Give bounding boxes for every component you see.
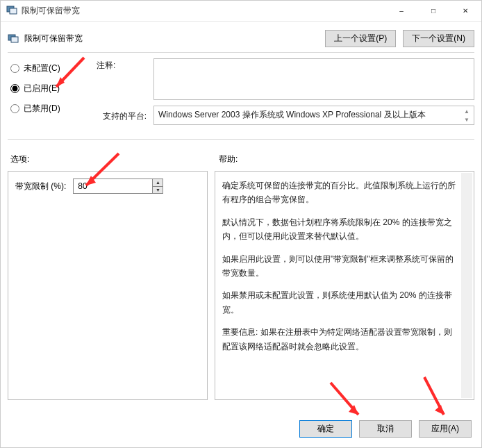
radio-not-configured[interactable]: 未配置(C) [10, 63, 90, 74]
comment-label: 注释: [97, 58, 147, 72]
scrollbar-stub: ▲ ▼ [461, 108, 472, 123]
close-button[interactable]: ✕ [449, 1, 481, 21]
bandwidth-limit-label: 带宽限制 (%): [15, 181, 66, 192]
app-icon [6, 4, 17, 17]
supported-on-label: 支持的平台: [97, 109, 147, 122]
maximize-button[interactable]: □ [417, 1, 449, 21]
next-setting-button[interactable]: 下一个设置(N) [403, 30, 474, 47]
svg-marker-11 [435, 405, 444, 415]
policy-icon [8, 33, 19, 44]
help-panel: 确定系统可保留的连接带宽的百分比。此值限制系统上运行的所有程序的组合带宽保留。 … [215, 171, 474, 400]
svg-marker-9 [349, 405, 358, 415]
chevron-down-icon: ▼ [461, 116, 472, 123]
bandwidth-limit-spinner[interactable]: ▲ ▼ [73, 179, 163, 194]
comment-textarea[interactable] [153, 58, 474, 100]
radio-disabled[interactable]: 已禁用(D) [10, 103, 90, 115]
help-label: 帮助: [215, 154, 474, 165]
svg-rect-3 [11, 37, 18, 42]
prev-setting-button[interactable]: 上一个设置(P) [325, 30, 396, 47]
separator-2 [8, 139, 474, 140]
radio-enabled[interactable]: 已启用(E) [10, 83, 90, 94]
title-bar: 限制可保留带宽 – □ ✕ [1, 1, 481, 22]
options-panel: 带宽限制 (%): ▲ ▼ [8, 171, 208, 400]
spin-up-button[interactable]: ▲ [153, 179, 163, 186]
minimize-button[interactable]: – [385, 1, 417, 21]
options-label: 选项: [8, 154, 215, 165]
window-title: 限制可保留带宽 [22, 5, 80, 17]
policy-title: 限制可保留带宽 [24, 33, 83, 44]
cancel-button[interactable]: 取消 [359, 420, 412, 438]
separator [8, 52, 474, 53]
svg-rect-1 [10, 8, 17, 14]
spin-down-button[interactable]: ▼ [153, 186, 163, 194]
apply-button[interactable]: 应用(A) [419, 420, 472, 438]
supported-on-box: Windows Server 2003 操作系统或 Windows XP Pro… [153, 106, 474, 125]
bandwidth-limit-input[interactable] [74, 179, 152, 193]
ok-button[interactable]: 确定 [299, 420, 352, 438]
chevron-up-icon: ▲ [461, 108, 472, 115]
